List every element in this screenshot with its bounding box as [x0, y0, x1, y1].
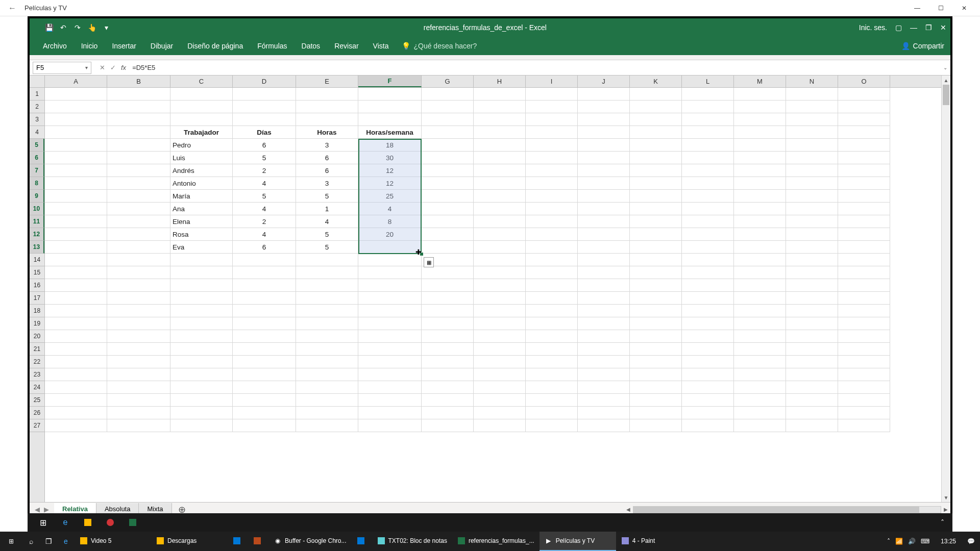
tray-network-icon[interactable]: 📶 — [895, 538, 903, 545]
cell-C3[interactable] — [170, 113, 233, 126]
cell-L2[interactable] — [682, 101, 734, 113]
cell-M19[interactable] — [734, 317, 786, 330]
cell-I20[interactable] — [526, 330, 578, 343]
cell-I25[interactable] — [526, 394, 578, 407]
taskbar-item-ppt[interactable] — [248, 532, 268, 551]
cell-F7[interactable]: 12 — [358, 164, 422, 177]
cell-K9[interactable] — [630, 190, 682, 203]
cell-H6[interactable] — [474, 152, 526, 164]
row-header-6[interactable]: 6 — [30, 152, 44, 164]
scroll-down-icon[interactable]: ▼ — [942, 493, 950, 502]
cell-F26[interactable] — [358, 407, 422, 419]
cell-O26[interactable] — [838, 407, 890, 419]
maximize-icon[interactable]: ☐ — [929, 1, 952, 16]
cell-F20[interactable] — [358, 330, 422, 343]
cell-K24[interactable] — [630, 381, 682, 394]
cell-H4[interactable] — [474, 126, 526, 139]
cell-J14[interactable] — [578, 254, 630, 266]
cell-N6[interactable] — [786, 152, 838, 164]
cancel-icon[interactable]: ✕ — [100, 64, 105, 71]
cell-O14[interactable] — [838, 254, 890, 266]
cell-O18[interactable] — [838, 305, 890, 317]
cell-D1[interactable] — [233, 88, 296, 101]
row-header-23[interactable]: 23 — [30, 368, 44, 381]
cell-K7[interactable] — [630, 164, 682, 177]
touch-icon[interactable]: 👆 — [87, 22, 97, 33]
cell-A4[interactable] — [45, 126, 107, 139]
cell-L12[interactable] — [682, 228, 734, 241]
cell-D9[interactable]: 5 — [233, 190, 296, 203]
row-header-10[interactable]: 10 — [30, 203, 44, 215]
cell-D5[interactable]: 6 — [233, 139, 296, 152]
cell-J10[interactable] — [578, 203, 630, 215]
cell-L3[interactable] — [682, 113, 734, 126]
qat-customize-icon[interactable]: ▾ — [101, 22, 111, 33]
cell-A18[interactable] — [45, 305, 107, 317]
scroll-up-icon[interactable]: ▲ — [942, 76, 950, 85]
cell-I14[interactable] — [526, 254, 578, 266]
cell-D10[interactable]: 4 — [233, 203, 296, 215]
cell-K2[interactable] — [630, 101, 682, 113]
cell-H21[interactable] — [474, 343, 526, 356]
cell-E10[interactable]: 1 — [296, 203, 358, 215]
cell-E18[interactable] — [296, 305, 358, 317]
cell-K15[interactable] — [630, 266, 682, 279]
cell-F21[interactable] — [358, 343, 422, 356]
cell-O8[interactable] — [838, 177, 890, 190]
cell-M11[interactable] — [734, 215, 786, 228]
cell-A10[interactable] — [45, 203, 107, 215]
cell-E25[interactable] — [296, 394, 358, 407]
cell-C19[interactable] — [170, 317, 233, 330]
sheet-next-icon[interactable]: ▶ — [44, 506, 49, 513]
hscroll-thumb[interactable] — [633, 507, 919, 513]
col-header-f[interactable]: F — [358, 76, 422, 87]
row-header-24[interactable]: 24 — [30, 381, 44, 394]
cell-L25[interactable] — [682, 394, 734, 407]
cell-A20[interactable] — [45, 330, 107, 343]
start-button[interactable]: ⊞ — [0, 532, 22, 551]
cell-I21[interactable] — [526, 343, 578, 356]
cell-B26[interactable] — [107, 407, 170, 419]
cell-L24[interactable] — [682, 381, 734, 394]
cell-I22[interactable] — [526, 356, 578, 368]
cell-K10[interactable] — [630, 203, 682, 215]
cell-H2[interactable] — [474, 101, 526, 113]
taskbar-item-video[interactable]: Video 5 — [75, 532, 151, 551]
tab-revisar[interactable]: Revisar — [327, 38, 365, 54]
col-header-j[interactable]: J — [578, 76, 630, 87]
tab-formulas[interactable]: Fórmulas — [250, 38, 294, 54]
cell-F5[interactable]: 18 — [358, 139, 422, 152]
cell-H8[interactable] — [474, 177, 526, 190]
row-header-25[interactable]: 25 — [30, 394, 44, 407]
cell-I2[interactable] — [526, 101, 578, 113]
cell-M6[interactable] — [734, 152, 786, 164]
cell-A6[interactable] — [45, 152, 107, 164]
cell-I1[interactable] — [526, 88, 578, 101]
cell-C23[interactable] — [170, 368, 233, 381]
cell-E24[interactable] — [296, 381, 358, 394]
cell-D27[interactable] — [233, 419, 296, 432]
cell-N22[interactable] — [786, 356, 838, 368]
tab-inicio[interactable]: Inicio — [74, 38, 105, 54]
tray-volume-icon[interactable]: 🔊 — [908, 538, 916, 545]
excel-close-icon[interactable]: ✕ — [940, 23, 946, 32]
cell-G11[interactable] — [422, 215, 474, 228]
hscroll-left-icon[interactable]: ◀ — [624, 507, 633, 512]
cell-A21[interactable] — [45, 343, 107, 356]
cell-O11[interactable] — [838, 215, 890, 228]
cell-N9[interactable] — [786, 190, 838, 203]
expand-formula-icon[interactable]: ⌄ — [940, 65, 950, 70]
cell-N11[interactable] — [786, 215, 838, 228]
cell-D2[interactable] — [233, 101, 296, 113]
cell-D25[interactable] — [233, 394, 296, 407]
taskbar-item-notepad[interactable]: TXT02: Bloc de notas — [372, 532, 452, 551]
row-header-9[interactable]: 9 — [30, 190, 44, 203]
cell-A11[interactable] — [45, 215, 107, 228]
cell-N8[interactable] — [786, 177, 838, 190]
cell-B27[interactable] — [107, 419, 170, 432]
cell-M21[interactable] — [734, 343, 786, 356]
cell-A26[interactable] — [45, 407, 107, 419]
close-icon[interactable]: ✕ — [952, 1, 976, 16]
cell-B7[interactable] — [107, 164, 170, 177]
row-header-14[interactable]: 14 — [30, 254, 44, 266]
